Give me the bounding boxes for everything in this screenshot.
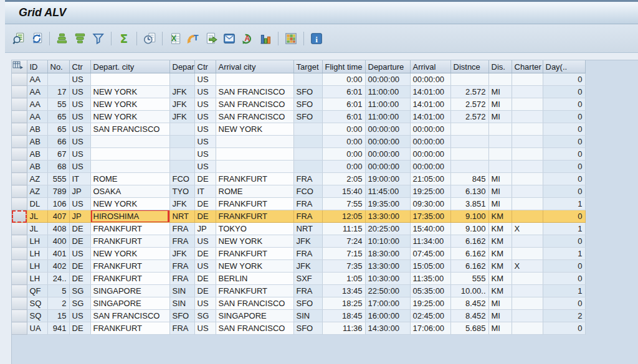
cell-departure[interactable]: 19:00:00 <box>365 173 410 185</box>
cell-depart-city[interactable]: FRANKFURT <box>90 235 169 248</box>
cell-id[interactable]: QF <box>27 285 47 297</box>
cell-dis-unit[interactable] <box>488 161 512 173</box>
refresh-icon[interactable] <box>28 30 45 47</box>
cell-arrival-city[interactable]: NEW YORK <box>216 123 293 136</box>
cell-distance[interactable] <box>450 148 488 161</box>
cell-target[interactable]: FCO <box>293 185 322 198</box>
cell-id[interactable]: JL <box>27 210 47 223</box>
cell-depart-city[interactable]: ROME <box>90 173 169 185</box>
cell-ctr2[interactable]: US <box>194 73 216 86</box>
cell-depart-city[interactable]: NEW YORK <box>90 98 169 111</box>
cell-ctr1[interactable]: SG <box>69 297 90 310</box>
row-selector-button[interactable] <box>12 148 27 161</box>
cell-depart-city[interactable]: SAN FRANCISCO <box>90 310 169 322</box>
cell-distance[interactable] <box>450 136 488 148</box>
mail-recipient-icon[interactable] <box>221 30 238 47</box>
cell-id[interactable]: AZ <box>27 173 47 185</box>
cell-charter[interactable] <box>512 136 543 148</box>
cell-charter[interactable] <box>512 73 543 86</box>
cell-depart-city[interactable]: SINGAPORE <box>90 285 169 297</box>
cell-arrival-city[interactable]: SAN FRANCISCO <box>216 111 293 123</box>
cell-no[interactable]: 17 <box>47 86 69 98</box>
cell-no[interactable]: 402 <box>47 260 69 273</box>
cell-ctr1[interactable]: JP <box>69 210 90 223</box>
cell-flight-time[interactable]: 7:15 <box>322 248 365 260</box>
cell-arrival[interactable]: 21:05:00 <box>410 173 450 185</box>
cell-depart-city[interactable]: SAN FRANCISCO <box>90 123 169 136</box>
cell-ctr1[interactable]: US <box>69 310 90 322</box>
cell-departure[interactable]: 13:30:00 <box>365 210 410 223</box>
cell-day[interactable]: 1 <box>543 223 585 235</box>
row-selector-button[interactable] <box>12 123 27 136</box>
cell-day[interactable]: 0 <box>543 98 585 111</box>
graphics-icon[interactable] <box>257 30 274 47</box>
cell-day[interactable]: 0 <box>543 273 585 285</box>
cell-depart-city[interactable]: SINGAPORE <box>90 297 169 310</box>
cell-charter[interactable]: X <box>512 260 543 273</box>
cell-charter[interactable] <box>512 98 543 111</box>
cell-day[interactable]: 0 <box>543 185 585 198</box>
column-header-target[interactable]: Target <box>293 60 322 73</box>
cell-target[interactable]: FRA <box>293 198 322 210</box>
cell-ctr2[interactable]: US <box>194 111 216 123</box>
excel-export-icon[interactable]: X <box>166 30 184 47</box>
row-selector-button[interactable] <box>12 161 27 173</box>
cell-flight-time[interactable]: 0:00 <box>322 73 365 86</box>
cell-depart-city[interactable] <box>90 148 169 161</box>
cell-charter[interactable]: X <box>512 223 543 235</box>
cell-departure[interactable]: 16:00:00 <box>365 310 410 322</box>
cell-day[interactable]: 0 <box>543 148 585 161</box>
cell-depart-airport[interactable]: JFK <box>169 111 194 123</box>
cell-flight-time[interactable]: 11:36 <box>322 322 365 335</box>
cell-charter[interactable] <box>512 235 543 248</box>
cell-departure[interactable]: 13:30:00 <box>365 260 410 273</box>
cell-arrival-city[interactable]: SAN FRANCISCO <box>216 322 293 335</box>
cell-id[interactable]: DL <box>27 198 47 210</box>
cell-day[interactable]: 1 <box>543 198 585 210</box>
cell-target[interactable]: SIN <box>293 310 322 322</box>
cell-charter[interactable] <box>512 148 543 161</box>
row-selector-button[interactable] <box>12 210 27 223</box>
cell-ctr2[interactable]: IT <box>194 185 216 198</box>
layout-grid-icon[interactable] <box>282 30 300 47</box>
cell-departure[interactable]: 19:35:00 <box>365 198 410 210</box>
cell-depart-airport[interactable]: FRA <box>169 273 194 285</box>
cell-arrival[interactable]: 02:45:00 <box>410 310 450 322</box>
row-selector-button[interactable] <box>12 310 27 322</box>
cell-dis-unit[interactable] <box>488 148 512 161</box>
cell-arrival-city[interactable]: TOKYO <box>216 223 293 235</box>
cell-target[interactable]: FRA <box>293 173 322 185</box>
cell-no[interactable]: 55 <box>47 98 69 111</box>
cell-ctr1[interactable]: US <box>69 136 90 148</box>
print-preview-icon[interactable] <box>141 30 158 47</box>
cell-no[interactable]: 106 <box>47 198 69 210</box>
cell-ctr2[interactable]: DE <box>194 198 216 210</box>
abc-analysis-icon[interactable]: A <box>239 30 256 47</box>
cell-arrival[interactable]: 00:00:00 <box>410 73 450 86</box>
cell-flight-time[interactable]: 0:00 <box>322 136 365 148</box>
cell-arrival-city[interactable]: FRANKFURT <box>216 210 293 223</box>
cell-target[interactable]: SFO <box>293 297 322 310</box>
cell-arrival[interactable]: 19:25:00 <box>410 185 450 198</box>
cell-dis-unit[interactable]: MI <box>488 98 512 111</box>
cell-no[interactable]: 555 <box>47 173 69 185</box>
column-header-ctr2[interactable]: Ctr <box>194 60 216 73</box>
cell-ctr1[interactable]: US <box>69 198 90 210</box>
cell-ctr1[interactable]: US <box>69 123 90 136</box>
cell-ctr2[interactable]: DE <box>194 273 216 285</box>
cell-arrival[interactable]: 17:06:00 <box>410 322 450 335</box>
row-selector-button[interactable] <box>12 111 27 123</box>
cell-id[interactable]: AB <box>27 123 47 136</box>
cell-ctr2[interactable]: US <box>194 123 216 136</box>
cell-distance[interactable]: 3.851 <box>450 198 488 210</box>
cell-dis-unit[interactable]: MI <box>488 310 512 322</box>
cell-id[interactable]: AA <box>27 86 47 98</box>
cell-charter[interactable] <box>512 273 543 285</box>
details-icon[interactable] <box>10 30 27 47</box>
cell-no[interactable]: 65 <box>47 123 69 136</box>
cell-no[interactable]: 401 <box>47 248 69 260</box>
cell-depart-airport[interactable]: FRA <box>169 235 194 248</box>
cell-id[interactable]: AA <box>27 73 47 86</box>
cell-target[interactable]: FRA <box>293 210 322 223</box>
cell-day[interactable]: 1 <box>543 285 585 297</box>
